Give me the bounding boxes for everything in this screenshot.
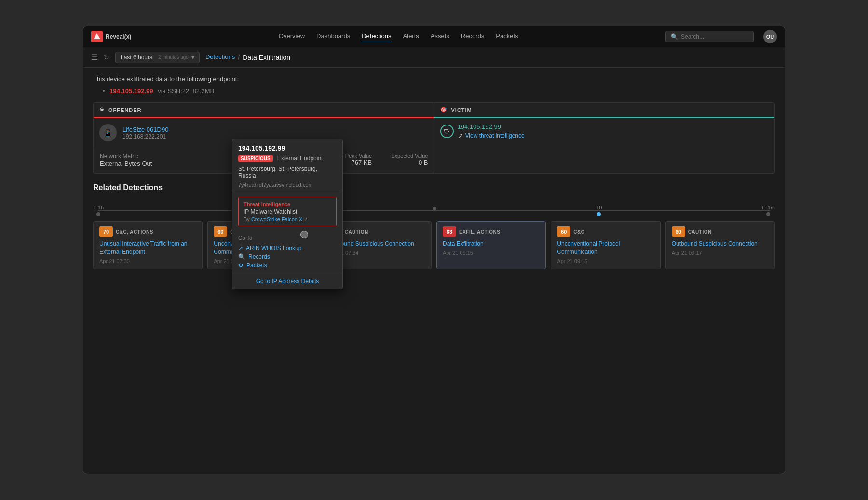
search-icon-records: 🔍 (238, 253, 245, 260)
tl-dot-4 (766, 212, 770, 216)
threat-name: IP Malware Watchlist (244, 208, 331, 215)
threat-box: Threat Intelligence IP Malware Watchlist… (238, 197, 337, 226)
detection-date-5: Apr 21 09:17 (672, 250, 769, 256)
score-badge-1: 60 (214, 226, 227, 237)
main-screen: EH Reveal(x) Overview Dashboards Detecti… (83, 26, 785, 474)
victim-info: 194.105.192.99 ↗ View threat intelligenc… (458, 123, 525, 139)
detection-date-0: Apr 21 07:30 (99, 258, 196, 264)
detection-name-4: Unconventional Protocol Communication (557, 240, 654, 256)
score-badge-3: 83 (443, 226, 456, 237)
threat-intel-icon: ↗ (458, 132, 463, 139)
related-title: Related Detections (93, 183, 775, 192)
time-label: Last 6 hours (121, 54, 152, 61)
nav-links: Overview Dashboards Detections Alerts As… (279, 30, 518, 42)
detection-name-3: Data Exfiltration (443, 240, 540, 248)
goto-section: Go To ↗ ARIN WHOIS Lookup 🔍 Records ⚙ Pa… (232, 231, 342, 274)
bullet-icon: • (103, 87, 105, 95)
badge-row-0: 70 C&C, ACTIONS (99, 226, 196, 237)
logo-icon (91, 31, 103, 42)
nav-dashboards[interactable]: Dashboards (316, 30, 350, 42)
refresh-icon[interactable]: ↻ (104, 54, 109, 61)
tl-label-0: T-1h (93, 205, 104, 210)
external-link-icon-arin: ↗ (238, 245, 243, 251)
detection-card-0[interactable]: 70 C&C, ACTIONS Unusual Interactive Traf… (93, 221, 203, 269)
entity-panels: ☠ OFFENDER 📱 LifeSize 061D90 192.168.222… (93, 102, 775, 174)
threat-by: By CrowdStrike Falcon X ↗ (244, 216, 331, 222)
detection-name-5: Outbound Suspicious Connection (672, 240, 769, 248)
top-navigation: EH Reveal(x) Overview Dashboards Detecti… (83, 26, 785, 47)
detection-card-5[interactable]: 60 CAUTION Outbound Suspicious Connectio… (665, 221, 775, 269)
tl-dot-0 (96, 212, 100, 216)
tl-item-4: T+1m (761, 205, 775, 216)
nav-records[interactable]: Records (461, 30, 484, 42)
nav-toggle-icon[interactable]: ☰ (91, 53, 98, 62)
threat-source-link[interactable]: CrowdStrike Falcon X (251, 216, 302, 222)
victim-panel: 🎯 VICTIM 🛡 194.105.192.99 ↗ View threat … (434, 102, 775, 174)
goto-label: Go To (238, 235, 337, 241)
device-info-label: This device exfiltrated data to the foll… (93, 75, 239, 83)
badge-row-4: 60 C&C (557, 226, 654, 237)
popup-status-row: SUSPICIOUS External Endpoint (232, 154, 342, 165)
detection-card-4[interactable]: 60 C&C Unconventional Protocol Communica… (551, 221, 660, 269)
tag-0: C&C, ACTIONS (116, 229, 153, 235)
tl-item-3: T0 (596, 205, 602, 216)
detection-card-3[interactable]: 83 EXFIL, ACTIONS Data Exfiltration Apr … (436, 221, 546, 269)
logo-area[interactable]: EH Reveal(x) (91, 31, 131, 42)
device-avatar: 📱 (99, 124, 117, 141)
arin-link-text: ARIN WHOIS Lookup (246, 245, 301, 251)
timeline-wrapper: T-1h T-1h T0 (93, 200, 775, 221)
threat-intel-link[interactable]: View threat intelligence (465, 132, 525, 139)
expected-label: Expected Value (391, 153, 428, 159)
victim-ip[interactable]: 194.105.192.99 (458, 123, 525, 130)
user-avatar[interactable]: OU (763, 30, 777, 43)
tag-5: CAUTION (688, 229, 712, 235)
badge-row-5: 60 CAUTION (672, 226, 769, 237)
nav-assets[interactable]: Assets (431, 30, 449, 42)
tag-2: CAUTION (345, 229, 368, 235)
goto-records-link[interactable]: 🔍 Records (238, 252, 337, 261)
detection-date-4: Apr 21 09:15 (557, 258, 654, 264)
nav-detections[interactable]: Detections (362, 30, 391, 42)
nav-packets[interactable]: Packets (496, 30, 518, 42)
ip-popup: 194.105.192.99 SUSPICIOUS External Endpo… (232, 139, 343, 289)
nav-overview[interactable]: Overview (279, 30, 305, 42)
breadcrumb-current: Data Exfiltration (243, 54, 290, 61)
tl-label-3: T0 (596, 205, 602, 210)
records-link-text: Records (248, 253, 270, 260)
device-details: LifeSize 061D90 192.168.222.201 (122, 126, 168, 140)
time-filter[interactable]: Last 6 hours 2 minutes ago ▾ (115, 52, 200, 63)
device-info-text: This device exfiltrated data to the foll… (93, 75, 775, 83)
search-box[interactable]: 🔍 (665, 31, 754, 42)
breadcrumb-separator: / (238, 54, 240, 61)
victim-header: 🎯 VICTIM (434, 103, 775, 118)
svg-marker-0 (94, 33, 100, 39)
search-icon: 🔍 (671, 33, 678, 40)
tl-item-0: T-1h (93, 205, 104, 216)
nav-alerts[interactable]: Alerts (403, 30, 419, 42)
tag-3: EXFIL, ACTIONS (459, 229, 501, 235)
popup-ip: 194.105.192.99 (232, 139, 342, 154)
breadcrumb: Detections / Data Exfiltration (205, 51, 290, 63)
breadcrumb-parent[interactable]: Detections (205, 51, 235, 63)
goto-arin-link[interactable]: ↗ ARIN WHOIS Lookup (238, 244, 337, 252)
device-name[interactable]: LifeSize 061D90 (122, 126, 168, 133)
tag-4: C&C (573, 229, 584, 235)
victim-icon: 🛡 (440, 125, 454, 138)
exfil-ip[interactable]: 194.105.192.99 (109, 87, 153, 95)
related-detections-section: Related Detections T-1h T-1h (93, 183, 775, 269)
tl-dot-2 (433, 207, 436, 210)
score-badge-5: 60 (672, 226, 685, 237)
victim-label: VICTIM (451, 107, 472, 113)
packets-icon: ⚙ (238, 262, 244, 269)
breadcrumb-bar: ☰ ↻ Last 6 hours 2 minutes ago ▾ Detecti… (83, 47, 785, 68)
tl-item-2 (433, 205, 436, 216)
search-input[interactable] (681, 33, 748, 40)
tl-label-4: T+1m (761, 205, 775, 210)
ip-details-link[interactable]: Go to IP Address Details (238, 278, 337, 285)
product-name: Reveal(x) (106, 33, 131, 40)
expected-value: 0 B (391, 159, 428, 166)
popup-location: St. Petersburg, St.-Petersburg, Russia (232, 165, 342, 181)
target-icon: 🎯 (440, 107, 448, 113)
detection-date-3: Apr 21 09:15 (443, 250, 540, 256)
goto-packets-link[interactable]: ⚙ Packets (238, 261, 337, 270)
